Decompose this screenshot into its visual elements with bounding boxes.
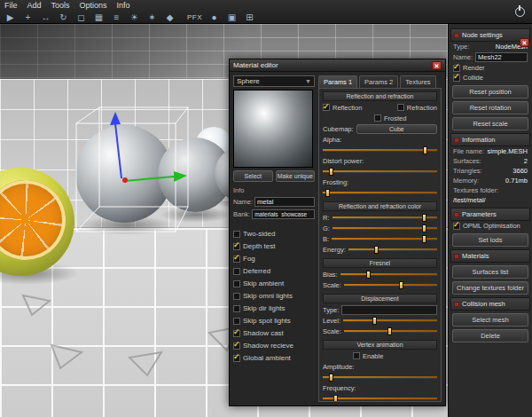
collide-checkbox[interactable] [453, 75, 460, 82]
r-slider[interactable] [332, 214, 438, 222]
render-checkbox[interactable] [453, 65, 460, 72]
shadow-cast-checkbox[interactable] [233, 330, 240, 337]
opml-checkbox[interactable] [453, 223, 460, 230]
select-button[interactable]: Select [233, 170, 273, 182]
menu-tools[interactable]: Tools [51, 1, 70, 11]
info-label: Surfaces: [453, 157, 481, 165]
frosting-slider[interactable] [323, 189, 437, 197]
cubemap-button[interactable]: Cube [356, 124, 437, 134]
flag-fog[interactable]: Fog [233, 254, 315, 264]
frequency-slider[interactable] [323, 395, 437, 403]
depth-test-checkbox[interactable] [233, 243, 240, 250]
refraction-checkbox[interactable] [397, 104, 404, 111]
flag-two-sided[interactable]: Two-sided [233, 229, 315, 239]
mesh-icon[interactable]: ▣ [226, 12, 238, 23]
type-label: Type: [453, 43, 469, 51]
menu-file[interactable]: File [4, 1, 18, 11]
energy-label-row: Energy: [323, 245, 437, 254]
skip-ambient-checkbox[interactable] [233, 280, 240, 287]
level-slider[interactable] [343, 317, 437, 325]
distort-label-row: Distort power: [323, 156, 437, 165]
close-icon[interactable]: ✕ [520, 38, 529, 47]
change-textures-folder-button[interactable]: Change textures folder [452, 281, 528, 295]
frosted-checkbox[interactable] [374, 114, 381, 122]
skip-spot-lights-checkbox[interactable] [233, 318, 240, 325]
flag-shadow-recieve[interactable]: Shadow recieve [233, 341, 315, 350]
close-icon[interactable]: ✕ [432, 61, 442, 70]
add-node-icon[interactable]: + [22, 12, 34, 23]
set-lods-button[interactable]: Set lods [452, 233, 528, 247]
flag-skip-spot-lights[interactable]: Skip spot lights [233, 316, 315, 326]
fog-checkbox[interactable] [233, 256, 240, 263]
distort-power-slider[interactable] [323, 168, 437, 176]
displacement-type-row: Type: [323, 305, 437, 314]
opml-flag-row[interactable]: OPML Optimisation [450, 221, 530, 231]
collide-flag-row[interactable]: Collide [450, 73, 530, 83]
menu-bar: File Add Tools Options Info [0, 0, 532, 11]
skip-dir-lights-checkbox[interactable] [233, 305, 240, 312]
chevron-down-icon: ▼ [305, 78, 311, 84]
material-bank-input[interactable] [252, 209, 315, 219]
alpha-slider[interactable] [323, 146, 437, 154]
tab-params-1[interactable]: Params 1 [318, 75, 357, 88]
displacement-scale-slider[interactable] [344, 327, 437, 335]
material-editor-titlebar[interactable]: Material editor ✕ [230, 59, 445, 72]
node-name-input[interactable] [475, 52, 528, 62]
menu-add[interactable]: Add [27, 1, 42, 11]
reset-rotation-button[interactable]: Reset rotation [452, 101, 528, 114]
reset-position-button[interactable]: Reset position [452, 85, 528, 98]
flag-skip-ambient[interactable]: Skip ambient [233, 279, 315, 288]
menu-options[interactable]: Options [80, 1, 107, 11]
g-slider[interactable] [332, 224, 437, 232]
flag-deferred[interactable]: Deferred [233, 266, 315, 276]
reflection-checkbox[interactable] [323, 104, 330, 111]
global-ambient-checkbox[interactable] [233, 355, 240, 362]
flag-shadow-cast[interactable]: Shadow cast [233, 328, 315, 338]
particles-icon[interactable]: ✶ [146, 12, 158, 23]
menu-info[interactable]: Info [117, 1, 130, 11]
grid-icon[interactable]: ▦ [93, 12, 105, 23]
scale-tool-icon[interactable]: ◻ [75, 12, 87, 23]
info-label: Memory: [453, 177, 479, 185]
surfaces-list-button[interactable]: Surfaces list [452, 265, 528, 279]
skip-omni-lights-checkbox[interactable] [233, 293, 240, 300]
shadow-recieve-checkbox[interactable] [233, 342, 240, 350]
render-flag-row[interactable]: Render [450, 63, 530, 73]
select-mesh-button[interactable]: Select mesh [452, 313, 528, 327]
rotate-tool-icon[interactable]: ↻ [58, 12, 69, 23]
amplitude-label-row: Amplitude: [323, 362, 437, 371]
list-icon[interactable]: ≡ [111, 12, 122, 23]
reset-scale-button[interactable]: Reset scale [452, 117, 528, 130]
material-icon[interactable]: ◆ [164, 12, 176, 23]
render-icon[interactable]: ● [208, 12, 220, 23]
delete-button[interactable]: Delete [452, 329, 528, 342]
deferred-checkbox[interactable] [233, 268, 240, 275]
displacement-type-field[interactable] [341, 305, 437, 315]
light-icon[interactable]: ☀ [129, 12, 140, 23]
flag-global-ambient[interactable]: Global ambient [233, 353, 315, 363]
preview-shape-dropdown[interactable]: Sphere ▼ [233, 75, 315, 87]
amplitude-slider[interactable] [323, 374, 437, 382]
two-sided-checkbox[interactable] [233, 231, 240, 238]
material-editor-window: Material editor ✕ Sphere ▼ Select Make u… [229, 59, 446, 406]
tab-textures[interactable]: Textures [400, 75, 435, 88]
b-slider[interactable] [332, 235, 437, 243]
select-tool-icon[interactable]: ▶ [4, 12, 16, 23]
fresnel-scale-slider[interactable] [344, 281, 437, 289]
make-unique-button[interactable]: Make unique [276, 170, 316, 182]
g-slider-row: G: [323, 224, 437, 232]
energy-slider[interactable] [348, 246, 437, 254]
bias-slider[interactable] [340, 271, 437, 279]
info-value: 3660 [512, 167, 528, 175]
preview-shape-value: Sphere [237, 77, 260, 85]
flag-skip-omni-lights[interactable]: Skip omni lights [233, 291, 315, 301]
power-icon[interactable] [515, 7, 525, 17]
info-value: 2 [524, 157, 528, 165]
material-name-input[interactable] [254, 197, 315, 207]
flag-depth-test[interactable]: Depth test [233, 241, 315, 251]
flag-skip-dir-lights[interactable]: Skip dir lights [233, 303, 315, 313]
tab-params-2[interactable]: Params 2 [359, 75, 398, 88]
physics-icon[interactable]: ⊞ [244, 12, 255, 23]
move-tool-icon[interactable]: ↔ [40, 12, 51, 23]
enable-checkbox[interactable] [353, 352, 360, 359]
